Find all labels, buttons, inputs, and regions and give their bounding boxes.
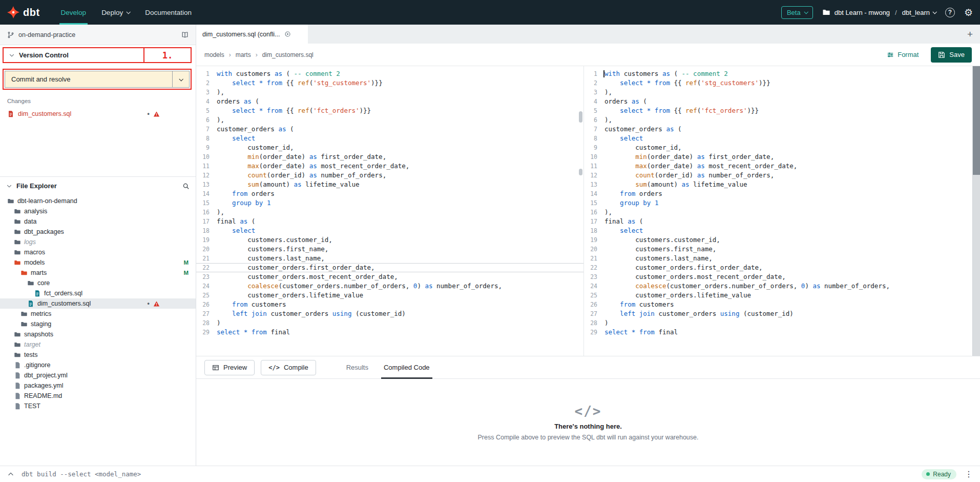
left-pane-scrollbar[interactable] <box>578 66 583 356</box>
compile-button[interactable]: </> Compile <box>261 360 316 375</box>
code-line-13[interactable]: 13 sum(amount) as lifetime_value <box>196 180 583 189</box>
panel-tab-compiled-code[interactable]: Compiled Code <box>376 356 437 378</box>
code-line-13[interactable]: 13 sum(amount) as lifetime_value <box>584 180 971 189</box>
code-line-22[interactable]: 22 customer_orders.first_order_date, <box>196 263 583 272</box>
code-line-4[interactable]: 4orders as ( <box>584 97 971 106</box>
file-explorer-header[interactable]: File Explorer <box>0 176 196 195</box>
tree-item-test[interactable]: TEST <box>0 401 196 411</box>
code-line-17[interactable]: 17final as ( <box>584 217 971 226</box>
code-line-3[interactable]: 3), <box>196 88 583 97</box>
code-line-17[interactable]: 17final as ( <box>196 217 583 226</box>
tree-item-readme-md[interactable]: README.md <box>0 391 196 401</box>
tree-item-analysis[interactable]: analysis <box>0 206 196 216</box>
code-line-15[interactable]: 15 group by 1 <box>196 198 583 208</box>
tree-item-snapshots[interactable]: snapshots <box>0 329 196 339</box>
git-branch-row[interactable]: on-demand-practice <box>0 25 196 45</box>
code-line-11[interactable]: 11 max(order_date) as most_recent_order_… <box>196 162 583 171</box>
tree-item-fct-orders-sql[interactable]: fct_orders.sql <box>0 288 196 298</box>
code-line-1[interactable]: 1with customers as ( -- comment 2 <box>584 69 971 78</box>
changed-file-item[interactable]: dim_customers.sql• <box>0 108 196 120</box>
code-line-25[interactable]: 25 customer_orders.lifetime_value <box>584 291 971 300</box>
code-line-9[interactable]: 9 customer_id, <box>196 143 583 152</box>
code-line-24[interactable]: 24 coalesce(customer_orders.number_of_or… <box>196 282 583 291</box>
tree-item-staging[interactable]: staging <box>0 319 196 329</box>
tree-item-macros[interactable]: macros <box>0 247 196 257</box>
code-line-15[interactable]: 15 group by 1 <box>584 198 971 208</box>
code-line-6[interactable]: 6), <box>584 115 971 125</box>
code-line-23[interactable]: 23 customer_orders.most_recent_order_dat… <box>196 272 583 282</box>
code-line-5[interactable]: 5 select * from {{ ref('fct_orders')}} <box>584 106 971 115</box>
code-line-11[interactable]: 11 max(order_date) as most_recent_order_… <box>584 162 971 171</box>
overflow-menu-icon[interactable]: ⋮ <box>965 470 973 478</box>
code-line-21[interactable]: 21 customers.last_name, <box>196 254 583 263</box>
code-line-12[interactable]: 12 count(order_id) as number_of_orders, <box>584 171 971 180</box>
tree-item--gitignore[interactable]: .gitignore <box>0 360 196 370</box>
code-line-27[interactable]: 27 left join customer_orders using (cust… <box>196 309 583 318</box>
code-line-28[interactable]: 28) <box>196 318 583 328</box>
nav-develop[interactable]: Develop <box>53 0 94 25</box>
code-line-29[interactable]: 29select * from final <box>196 328 583 337</box>
tree-item-data[interactable]: data <box>0 216 196 227</box>
expand-panel-chevron-up-icon[interactable] <box>7 471 14 478</box>
tree-item-dbt-learn-on-demand[interactable]: dbt-learn-on-demand <box>0 196 196 206</box>
beta-dropdown[interactable]: Beta <box>781 6 813 19</box>
code-line-20[interactable]: 20 customers.first_name, <box>584 245 971 254</box>
code-line-14[interactable]: 14 from orders <box>196 189 583 198</box>
code-line-2[interactable]: 2 select * from {{ ref('stg_customers')}… <box>196 78 583 88</box>
tree-item-packages-yml[interactable]: packages.yml <box>0 380 196 391</box>
code-line-26[interactable]: 26 from customers <box>584 300 971 309</box>
search-icon[interactable] <box>182 183 190 190</box>
version-control-header[interactable]: Version Control 1. <box>3 47 192 63</box>
code-line-18[interactable]: 18 select <box>584 226 971 235</box>
editor-pane-left[interactable]: 1with customers as ( -- comment 22 selec… <box>196 66 584 356</box>
code-line-5[interactable]: 5 select * from {{ ref('fct_orders')}} <box>196 106 583 115</box>
nav-documentation[interactable]: Documentation <box>137 0 199 25</box>
breadcrumb-item[interactable]: dim_customers.sql <box>262 51 314 58</box>
commit-dropdown-caret[interactable] <box>172 71 189 87</box>
breadcrumb-item[interactable]: models <box>204 51 224 58</box>
code-line-14[interactable]: 14 from orders <box>584 189 971 198</box>
code-line-8[interactable]: 8 select <box>196 134 583 143</box>
project-switcher[interactable]: dbt_learn <box>902 9 936 16</box>
scrollbar-thumb[interactable] <box>973 66 980 175</box>
code-line-22[interactable]: 22 customer_orders.first_order_date, <box>584 263 971 272</box>
tree-item-logs[interactable]: logs <box>0 237 196 247</box>
code-line-9[interactable]: 9 customer_id, <box>584 143 971 152</box>
code-line-7[interactable]: 7customer_orders as ( <box>196 125 583 134</box>
unsaved-changes-dot-icon[interactable] <box>284 31 291 37</box>
tree-item-metrics[interactable]: metrics <box>0 309 196 319</box>
code-line-21[interactable]: 21 customers.last_name, <box>584 254 971 263</box>
nav-deploy[interactable]: Deploy <box>94 0 137 25</box>
command-input[interactable]: dbt build --select <model_name> <box>22 470 141 478</box>
code-line-8[interactable]: 8 select <box>584 134 971 143</box>
code-line-24[interactable]: 24 coalesce(customer_orders.number_of_or… <box>584 282 971 291</box>
tree-item-marts[interactable]: martsM <box>0 268 196 278</box>
code-line-26[interactable]: 26 from customers <box>196 300 583 309</box>
dbt-logo[interactable]: dbt <box>7 6 40 18</box>
code-line-4[interactable]: 4orders as ( <box>196 97 583 106</box>
right-pane-scrollbar[interactable] <box>972 66 980 356</box>
account-switcher[interactable]: dbt Learn - mwong / dbt_learn <box>822 8 936 16</box>
code-line-16[interactable]: 16), <box>196 208 583 217</box>
tree-item-core[interactable]: core <box>0 278 196 288</box>
code-line-12[interactable]: 12 count(order_id) as number_of_orders, <box>196 171 583 180</box>
breadcrumb-item[interactable]: marts <box>236 51 251 58</box>
format-button[interactable]: Format <box>887 51 919 58</box>
code-line-28[interactable]: 28) <box>584 318 971 328</box>
new-tab-icon[interactable]: + <box>967 29 973 40</box>
code-line-20[interactable]: 20 customers.first_name, <box>196 245 583 254</box>
panel-tab-results[interactable]: Results <box>339 356 376 378</box>
tree-item-dbt-project-yml[interactable]: dbt_project.yml <box>0 370 196 380</box>
preview-button[interactable]: Preview <box>204 360 255 375</box>
save-button[interactable]: Save <box>931 47 972 63</box>
code-line-10[interactable]: 10 min(order_date) as first_order_date, <box>584 152 971 162</box>
code-line-3[interactable]: 3), <box>584 88 971 97</box>
help-icon[interactable]: ? <box>945 8 955 17</box>
code-line-18[interactable]: 18 select <box>196 226 583 235</box>
tree-item-models[interactable]: modelsM <box>0 257 196 268</box>
tree-item-dim-customers-sql[interactable]: dim_customers.sql• <box>0 298 196 309</box>
code-line-7[interactable]: 7customer_orders as ( <box>584 125 971 134</box>
code-line-29[interactable]: 29select * from final <box>584 328 971 337</box>
commit-and-resolve-button[interactable]: Commit and resolve <box>5 71 190 88</box>
code-line-27[interactable]: 27 left join customer_orders using (cust… <box>584 309 971 318</box>
